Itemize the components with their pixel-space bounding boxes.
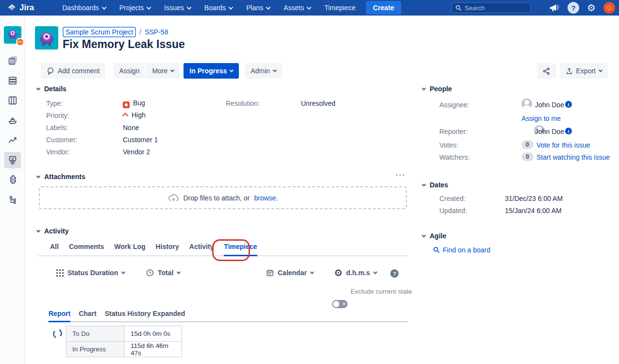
priority-value: High (123, 111, 146, 119)
search-icon (433, 247, 440, 253)
search-input[interactable] (465, 4, 523, 12)
breadcrumb-project-link[interactable]: Sample Scrum Project (63, 27, 136, 37)
help-icon[interactable]: ? (568, 2, 579, 14)
info-icon[interactable]: i (565, 128, 572, 134)
sidebar-item-reports-icon[interactable] (4, 132, 21, 149)
assign-button[interactable]: Assign (113, 63, 145, 79)
admin-button[interactable]: Admin (245, 63, 282, 79)
dates-section-header[interactable]: Dates (422, 181, 448, 189)
chevron-down-icon (170, 68, 174, 72)
bug-type-icon (123, 101, 130, 108)
chevron-down-icon (101, 5, 106, 10)
jira-logo[interactable]: Jira (7, 3, 34, 13)
announcements-megaphone-icon[interactable] (549, 2, 560, 13)
timepiece-help-icon[interactable]: ? (390, 269, 399, 278)
nav-item-boards[interactable]: Boards (198, 0, 239, 16)
activity-section-header[interactable]: Activity (37, 227, 69, 235)
exclude-current-state-toggle[interactable]: ✕ (332, 300, 348, 308)
project-avatar-monster (7, 29, 18, 39)
browse-link[interactable]: browse. (254, 194, 278, 202)
issue-type-value: Bug (123, 99, 145, 108)
sidebar-item-addons-puzzle-icon[interactable] (4, 172, 21, 188)
attachments-menu-button[interactable]: ··· (396, 171, 406, 179)
assignee-name: John Doe (535, 101, 564, 109)
tab-report[interactable]: Report (49, 310, 70, 322)
tab-status-history-expanded[interactable]: Status History Expanded (105, 310, 185, 321)
clock-icon (146, 269, 154, 277)
duration-cell: 115d 6h 46m 47s (125, 342, 182, 357)
find-on-board[interactable]: Find on a board (433, 246, 490, 254)
chevron-down-icon (422, 182, 426, 186)
calendar-icon (266, 269, 274, 277)
export-button[interactable]: Export (560, 63, 608, 79)
breadcrumb: Sample Scrum Project / SSP-58 (63, 27, 168, 37)
report-type-dropdown[interactable]: Status Duration (56, 269, 125, 277)
field-label: Reporter: (439, 128, 468, 135)
add-comment-button[interactable]: Add comment (41, 63, 105, 79)
sidebar-item-pages-icon[interactable] (4, 52, 21, 69)
sidebar-item-board-icon[interactable] (4, 92, 21, 109)
tab-chart[interactable]: Chart (79, 310, 97, 321)
chevron-down-icon (266, 5, 271, 10)
customer-value: Customer 1 (123, 136, 158, 144)
share-button[interactable] (537, 63, 556, 79)
nav-item-timepiece[interactable]: Timepiece (318, 0, 362, 16)
field-label: Watchers: (439, 153, 470, 161)
cloud-upload-icon (168, 193, 179, 202)
tab-history[interactable]: History (156, 243, 179, 255)
grid-icon (56, 269, 64, 277)
sidebar-item-releases-ship-icon[interactable] (4, 112, 21, 129)
user-avatar[interactable]: ☺ (603, 2, 615, 14)
chevron-down-icon (310, 270, 314, 274)
status-duration-table: To Do 15d 0h 0m 0s In Progress 115d 6h 4… (66, 326, 182, 357)
jira-logo-text: Jira (19, 3, 34, 13)
field-label: Priority: (46, 112, 69, 119)
create-button[interactable]: Create (366, 1, 401, 15)
metric-dropdown[interactable]: Total (146, 269, 180, 277)
more-button[interactable]: More (146, 63, 180, 79)
sidebar-item-backlog-icon[interactable] (4, 72, 21, 89)
gear-icon[interactable]: ⚙ (587, 3, 596, 13)
status-cell: To Do (67, 326, 125, 342)
format-dropdown[interactable]: d.h.m.s (335, 269, 377, 277)
attachments-dropzone[interactable]: Drop files to attach, or browse. (39, 186, 407, 209)
breadcrumb-issue-key-link[interactable]: SSP-58 (145, 28, 168, 36)
vote-link[interactable]: Vote for this issue (536, 141, 590, 149)
assign-to-me-link[interactable]: Assign to me (521, 115, 561, 122)
nav-item-projects[interactable]: Projects (113, 0, 158, 16)
nav-item-dashboards[interactable]: Dashboards (55, 0, 113, 16)
nav-menu: Dashboards Projects Issues Boards Plans … (55, 0, 362, 16)
search-box[interactable] (452, 2, 531, 13)
project-sidebar: <> (0, 16, 25, 364)
chevron-down-icon (147, 5, 151, 10)
chevron-down-icon (186, 5, 191, 10)
sidebar-item-structure-tree-icon[interactable] (4, 192, 21, 208)
details-section-header[interactable]: Details (37, 85, 67, 93)
assignee-avatar (521, 99, 532, 109)
agile-section-header[interactable]: Agile (422, 232, 446, 240)
refresh-icon[interactable] (52, 328, 63, 341)
tab-all[interactable]: All (50, 243, 59, 255)
table-row: To Do 15d 0h 0m 0s (67, 326, 182, 342)
attachments-section-header[interactable]: Attachments (37, 173, 85, 181)
tab-activity[interactable]: Activity (189, 243, 214, 255)
info-icon[interactable]: i (565, 101, 572, 108)
tab-comments[interactable]: Comments (69, 243, 104, 255)
tab-timepiece[interactable]: Timepiece (224, 243, 257, 256)
nav-item-issues[interactable]: Issues (157, 0, 197, 16)
nav-item-assets[interactable]: Assets (277, 0, 318, 16)
workflow-status-button[interactable]: In Progress (184, 63, 239, 79)
nav-right-icons: ? ⚙ ☺ (549, 0, 615, 16)
watch-link[interactable]: Start watching this issue (536, 153, 610, 161)
people-section-header[interactable]: People (422, 85, 452, 93)
priority-high-icon (122, 112, 129, 119)
created-value: 31/Dec/23 6:00 AM (505, 195, 563, 202)
tab-work-log[interactable]: Work Log (114, 243, 145, 255)
find-on-board-link[interactable]: Find on a board (443, 246, 490, 254)
calendar-dropdown[interactable]: Calendar (266, 269, 314, 277)
nav-item-plans[interactable]: Plans (239, 0, 277, 16)
status-cell: In Progress (67, 342, 125, 357)
sidebar-item-issues-icon[interactable] (4, 152, 21, 168)
chevron-down-icon (121, 270, 125, 274)
project-avatar[interactable]: <> (4, 26, 21, 44)
